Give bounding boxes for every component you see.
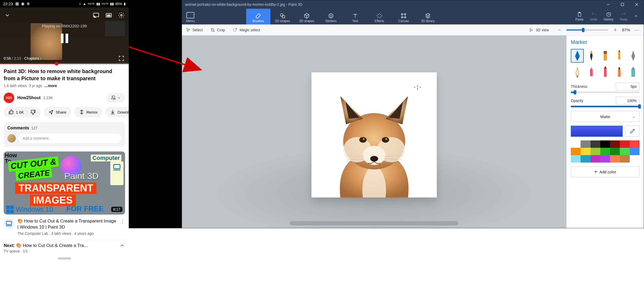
swatch-darkred[interactable] — [610, 140, 620, 148]
reco-video-link[interactable]: 🎨 How to Cut Out & Create a Transparent … — [17, 218, 117, 236]
channel-avatar[interactable]: H2S — [4, 93, 14, 103]
history-button[interactable]: History — [604, 12, 613, 21]
crop-tool[interactable]: Crop — [211, 28, 225, 32]
swatch-limegreen[interactable] — [620, 148, 630, 155]
swatch-red[interactable] — [620, 140, 630, 148]
zoom-slider[interactable] — [566, 29, 608, 31]
download-button[interactable]: Downloa — [105, 107, 129, 117]
bluetooth-icon: ᚼ — [79, 2, 81, 6]
progress-bar[interactable] — [0, 63, 129, 64]
collapse-icon[interactable] — [4, 12, 11, 19]
reco-channel-avatar[interactable] — [4, 218, 14, 229]
brush-panel: Marker T — [566, 36, 644, 228]
swatch-orange[interactable] — [571, 148, 581, 155]
tab-effects[interactable]: Effects — [367, 9, 392, 24]
swatch-yellow[interactable] — [581, 148, 590, 155]
swatch-coral[interactable] — [610, 155, 620, 163]
zoom-out-button[interactable]: − — [557, 27, 562, 33]
window-titlebar[interactable]: animal-portraits-on-white-background-by-… — [182, 0, 644, 9]
pause-button[interactable] — [57, 31, 72, 47]
3d-view-toggle[interactable]: 3D view — [529, 28, 549, 32]
swatch-cyan[interactable] — [571, 155, 581, 163]
thickness-input[interactable] — [616, 83, 640, 90]
swatch-green[interactable] — [600, 148, 610, 155]
video-player[interactable]: CC Playing on RMX2202-199 0:58 / 2:15 · … — [0, 7, 129, 64]
add-color-button[interactable]: +Add color — [571, 166, 640, 177]
remix-button[interactable]: Remix — [74, 107, 102, 117]
swatch-extra[interactable] — [630, 155, 640, 163]
channel-link[interactable]: H2S How2Shout 2.23K — [4, 93, 53, 103]
swatch-magenta[interactable] — [591, 155, 600, 163]
undo-button[interactable]: Undo — [590, 12, 597, 21]
swatch-blue[interactable] — [630, 148, 640, 155]
magic-select-tool[interactable]: Magic select — [233, 28, 260, 32]
swatch-darkgreen[interactable] — [610, 148, 620, 155]
redo-button[interactable]: Redo — [620, 12, 627, 21]
expand-toolbar-icon[interactable] — [634, 14, 638, 20]
video-subline[interactable]: 1.6 lakh views 3 yr ago …more — [4, 84, 125, 88]
like-button[interactable]: 1.6K — [4, 107, 41, 117]
swatch-purple[interactable] — [600, 155, 610, 163]
fox-image — [311, 72, 437, 197]
brush-calligraphy[interactable] — [585, 49, 598, 63]
eyedropper-button[interactable] — [625, 126, 640, 137]
close-button[interactable] — [630, 0, 644, 9]
brush-pixel[interactable] — [599, 65, 612, 79]
select-tool[interactable]: Select — [186, 28, 203, 32]
zoom-in-button[interactable]: + — [613, 27, 618, 33]
minimize-button[interactable] — [601, 0, 615, 9]
swatch-darkgray[interactable] — [591, 140, 600, 148]
comments-section[interactable]: Comments 127 Add a comment… — [4, 122, 125, 147]
video-title[interactable]: Paint 3D: How to remove white background… — [4, 68, 125, 82]
brush-grid — [571, 49, 640, 79]
share-button[interactable]: Share — [44, 107, 71, 117]
swatch-lightred[interactable] — [630, 140, 640, 148]
chapters-link[interactable]: Chapters › — [24, 56, 41, 60]
reco-more-icon[interactable]: ⋮ — [120, 218, 125, 225]
tab-2d-shapes[interactable]: 2D shapes — [270, 9, 295, 24]
canvas-scrollbar[interactable] — [290, 221, 458, 225]
more-link[interactable]: …more — [44, 84, 57, 88]
brush-marker[interactable] — [571, 49, 584, 63]
canvas-area[interactable]: - ¦ - — [182, 36, 566, 228]
recommended-thumbnail[interactable]: How To CUT OUT & CREATE Computer Paint 3… — [4, 151, 125, 215]
brush-pencil[interactable] — [627, 49, 640, 63]
dislike-icon[interactable] — [31, 109, 36, 115]
opacity-slider[interactable] — [571, 106, 640, 107]
swatch-white[interactable] — [571, 140, 581, 148]
next-up-row[interactable]: Next: 🎨 How to Cut Out & Create a Tra… — [0, 240, 129, 249]
menu-button[interactable]: Menu — [182, 11, 199, 23]
maximize-button[interactable] — [615, 0, 630, 9]
swatch-gray[interactable] — [581, 140, 590, 148]
zoom-more-icon[interactable]: ⋯ — [634, 27, 640, 33]
current-color-swatch[interactable] — [571, 126, 623, 137]
cast-icon[interactable] — [92, 12, 100, 19]
swatch-yellowgreen[interactable] — [591, 148, 600, 155]
brush-fill[interactable] — [627, 65, 640, 79]
material-dropdown[interactable]: Matte ⌄ — [571, 111, 640, 122]
opacity-input[interactable] — [616, 97, 640, 105]
captions-icon[interactable]: CC — [105, 12, 112, 19]
brush-watercolor[interactable] — [613, 49, 626, 63]
tab-brushes[interactable]: Brushes — [246, 9, 270, 24]
comment-input[interactable]: Add a comment… — [18, 134, 121, 143]
brush-crayon[interactable] — [585, 65, 598, 79]
brush-spray[interactable] — [613, 65, 626, 79]
tab-canvas[interactable]: Canvas — [392, 9, 416, 24]
swatch-teal[interactable] — [581, 155, 590, 163]
tab-3d-shapes[interactable]: 3D shapes — [295, 9, 319, 24]
fullscreen-icon[interactable] — [118, 55, 125, 62]
swatch-black[interactable] — [600, 140, 610, 148]
tab-3d-library[interactable]: 3D library — [416, 9, 440, 24]
swatch-brown[interactable] — [620, 155, 630, 163]
brush-oil[interactable] — [599, 49, 612, 63]
tab-text[interactable]: Text — [343, 9, 367, 24]
thickness-slider[interactable] — [571, 92, 640, 93]
canvas[interactable]: - ¦ - — [311, 72, 437, 197]
paste-button[interactable]: Paste — [576, 12, 584, 21]
chevron-up-icon[interactable] — [119, 243, 125, 248]
notifications-button[interactable] — [107, 93, 125, 103]
tab-stickers[interactable]: Stickers — [319, 9, 343, 24]
settings-icon[interactable] — [118, 12, 125, 19]
brush-eraser[interactable] — [571, 65, 584, 79]
